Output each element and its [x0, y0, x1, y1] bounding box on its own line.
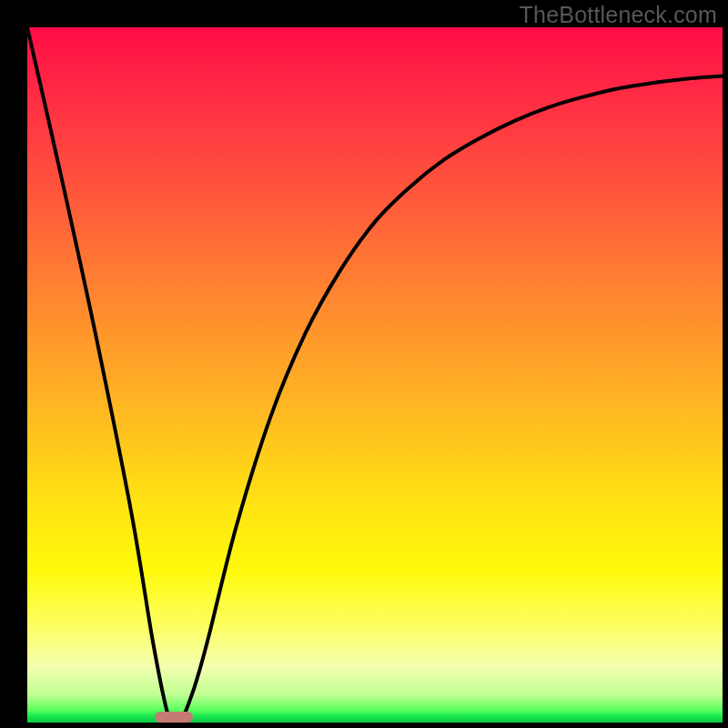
watermark-text: TheBottleneck.com: [520, 2, 717, 28]
bottleneck-curve: [27, 27, 723, 723]
plot-area: [27, 27, 723, 723]
chart-frame: TheBottleneck.com: [0, 0, 728, 728]
optimal-zone-marker: [155, 712, 193, 723]
curve-svg: [27, 27, 723, 723]
